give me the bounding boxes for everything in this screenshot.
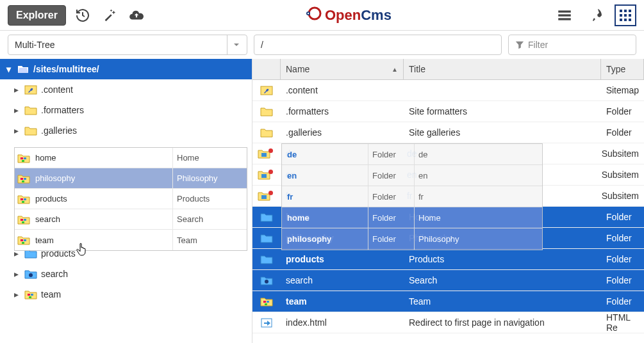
drag-preview-popup: home Home philosophy Philosophy products… (14, 147, 247, 251)
tree-item[interactable]: ▸ search (0, 264, 252, 284)
cell-name: .formatters (281, 101, 404, 122)
cell-type: Folder (601, 291, 644, 312)
drag-preview-row: home Home (15, 148, 247, 168)
cell-name: .content (281, 80, 404, 100)
cell-name: team (281, 291, 404, 312)
svg-rect-45 (265, 303, 267, 305)
tree-item[interactable]: ▸ .formatters (0, 100, 252, 120)
cell-title: Redirect to first page in navigation (404, 312, 601, 333)
svg-rect-20 (28, 294, 30, 296)
drag-preview-row: search Search (15, 209, 247, 230)
svg-rect-6 (620, 10, 622, 12)
svg-point-19 (29, 273, 33, 277)
folder-icon (24, 104, 37, 116)
cell-title: Team (404, 291, 601, 312)
svg-rect-22 (29, 296, 31, 298)
column-type[interactable]: Type (601, 59, 644, 79)
folder-icon (24, 289, 37, 300)
tree-item-label: .formatters (41, 105, 84, 115)
svg-point-0 (309, 8, 320, 19)
table-row[interactable]: products Products Folder (252, 249, 644, 270)
svg-rect-12 (620, 19, 622, 21)
folder-icon (24, 125, 37, 136)
path-input[interactable]: / (254, 35, 502, 55)
cell-title: Site formatters (404, 101, 601, 122)
table-header: Name ▲ Title Type (252, 59, 644, 80)
svg-rect-25 (22, 160, 24, 162)
svg-rect-9 (620, 14, 622, 17)
svg-rect-23 (21, 157, 23, 159)
site-selector-value: Multi-Tree (15, 40, 55, 50)
svg-rect-41 (261, 195, 267, 199)
tree-item[interactable]: ▸ .galleries (0, 120, 252, 141)
table-row[interactable]: .formatters Site formatters Folder (252, 101, 644, 122)
column-name[interactable]: Name ▲ (281, 59, 404, 79)
svg-rect-36 (24, 239, 26, 241)
expand-icon[interactable]: ▸ (12, 289, 21, 299)
svg-rect-4 (558, 14, 571, 16)
expand-icon[interactable]: ▾ (4, 64, 13, 74)
filter-icon (515, 40, 524, 49)
cell-title (404, 80, 601, 100)
cell-type: Folder (601, 122, 644, 143)
row-icon (252, 228, 281, 248)
svg-rect-28 (22, 180, 24, 182)
cell-type: Folder (601, 228, 644, 248)
main-toolbar: Explorer OpenCms (0, 0, 644, 31)
menu-icon[interactable] (554, 5, 575, 26)
row-icon (252, 186, 281, 206)
app-switcher-icon[interactable] (615, 4, 636, 26)
svg-rect-7 (624, 10, 627, 12)
wand-icon[interactable] (99, 5, 120, 26)
svg-rect-39 (261, 153, 267, 157)
svg-point-42 (265, 280, 268, 283)
tree-item-label: search (41, 269, 68, 279)
svg-rect-14 (629, 19, 631, 21)
opencms-logo: OpenCms (303, 5, 392, 26)
row-icon (252, 207, 281, 227)
svg-rect-5 (558, 18, 571, 20)
table-row[interactable]: index.html Redirect to first page in nav… (252, 312, 644, 333)
row-icon (252, 270, 281, 291)
cell-type: HTML Re (601, 312, 644, 333)
chevron-down-icon (227, 35, 240, 54)
history-icon[interactable] (72, 5, 93, 26)
expand-icon[interactable]: ▸ (12, 125, 21, 136)
row-icon (252, 291, 281, 312)
svg-rect-30 (24, 198, 26, 200)
row-icon (252, 143, 281, 164)
cell-type: Subsitem (597, 186, 644, 206)
tree-item[interactable]: ▸ team (0, 284, 252, 305)
explorer-button[interactable]: Explorer (8, 5, 66, 26)
cell-type: Sitemap (601, 80, 644, 100)
cloud-upload-icon[interactable] (126, 5, 147, 26)
table-row[interactable]: .galleries Site galleries Folder (252, 122, 644, 143)
rocket-icon[interactable] (588, 5, 608, 26)
tree-item-label: .galleries (41, 125, 77, 136)
row-icon (252, 80, 281, 100)
tree-item[interactable]: ▸ .content (0, 79, 252, 100)
site-selector[interactable]: Multi-Tree (8, 35, 247, 55)
drag-preview-table: deFolderdeenFolderenfrFolderfrhomeFolder… (281, 143, 543, 250)
tree-item-label: .content (41, 84, 73, 95)
cell-type: Folder (601, 249, 644, 269)
table-row[interactable]: .content Sitemap (252, 80, 644, 101)
drag-preview-row: products Products (15, 189, 247, 209)
cell-title: Products (404, 249, 601, 269)
filter-input[interactable]: Filter (508, 35, 636, 55)
tree-root[interactable]: ▾ /sites/multitree/ (0, 59, 252, 79)
cell-name: search (281, 270, 404, 291)
sort-asc-icon: ▲ (392, 66, 398, 73)
tree-item-label: team (41, 289, 61, 299)
column-title[interactable]: Title (404, 59, 601, 79)
svg-rect-13 (624, 19, 627, 21)
expand-icon[interactable]: ▸ (12, 84, 21, 95)
svg-rect-37 (22, 242, 24, 244)
expand-icon[interactable]: ▸ (12, 105, 21, 115)
column-icon[interactable] (252, 59, 281, 79)
svg-rect-11 (629, 14, 631, 17)
svg-rect-26 (21, 178, 23, 180)
table-row[interactable]: search Search Folder (252, 270, 644, 291)
expand-icon[interactable]: ▸ (12, 269, 21, 279)
table-row[interactable]: team Team Folder (252, 291, 644, 312)
